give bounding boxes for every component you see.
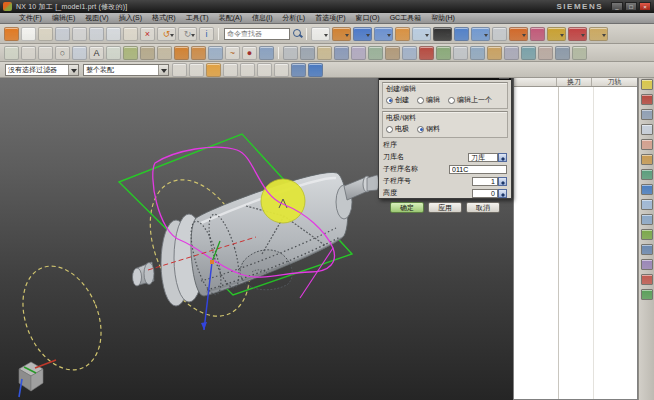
menu-format[interactable]: 格式(R) xyxy=(147,13,181,23)
radio-dot[interactable] xyxy=(386,97,393,104)
clip-section-icon[interactable] xyxy=(572,46,587,60)
analysis-sphere-icon[interactable] xyxy=(374,27,393,41)
chevron-down-icon[interactable] xyxy=(158,65,168,75)
height-stepper[interactable]: 0 xyxy=(472,189,507,198)
selection-scope-combo[interactable]: 整个装配 xyxy=(83,64,169,76)
draft-analysis-icon[interactable] xyxy=(402,46,417,60)
cut-icon[interactable] xyxy=(89,27,104,41)
radio-electrode[interactable]: 电极 xyxy=(386,124,409,134)
measure-angle-icon[interactable] xyxy=(300,46,315,60)
paste-icon[interactable] xyxy=(123,27,138,41)
point-icon[interactable]: ● xyxy=(242,46,257,60)
split-window-icon[interactable] xyxy=(471,27,490,41)
radio-edit[interactable]: 编辑 xyxy=(417,95,440,105)
menu-assemblies[interactable]: 装配(A) xyxy=(214,13,247,23)
copy-icon[interactable] xyxy=(106,27,121,41)
spinner-arrows-icon[interactable] xyxy=(498,189,507,198)
machine-tool-navigator-icon[interactable] xyxy=(641,139,653,150)
snap-endpoint-icon[interactable] xyxy=(172,63,187,77)
menu-view[interactable]: 视图(V) xyxy=(80,13,113,23)
window-palette-icon[interactable] xyxy=(641,199,653,210)
tool-library-select[interactable]: 刀库 xyxy=(468,153,507,162)
new-window-icon[interactable] xyxy=(454,27,469,41)
isolate-red-icon[interactable] xyxy=(641,274,653,285)
edit-tools-icon[interactable] xyxy=(530,27,545,41)
spinner-arrows-icon[interactable] xyxy=(498,177,507,186)
render-globe-icon[interactable] xyxy=(308,63,323,77)
extrude-icon[interactable] xyxy=(208,46,223,60)
spline-icon[interactable] xyxy=(72,46,87,60)
menu-tools[interactable]: 工具(T) xyxy=(181,13,214,23)
assembly-navigator-icon[interactable] xyxy=(641,79,653,90)
csys-origin[interactable] xyxy=(210,260,214,264)
delete-icon[interactable]: × xyxy=(140,27,155,41)
sequence-icon[interactable] xyxy=(504,46,519,60)
curve-analysis-icon[interactable] xyxy=(368,46,383,60)
wave-icon[interactable]: ~ xyxy=(225,46,240,60)
menu-help[interactable]: 帮助(H) xyxy=(426,13,460,23)
menu-file[interactable]: 文件(F) xyxy=(14,13,47,23)
operation-navigator-icon[interactable] xyxy=(641,124,653,135)
arc-icon[interactable] xyxy=(38,46,53,60)
minimize-button[interactable]: _ xyxy=(611,2,623,11)
radio-create[interactable]: 创建 xyxy=(386,95,409,105)
shaded-toggle-icon[interactable] xyxy=(291,63,306,77)
right-shaft-tip[interactable] xyxy=(367,175,379,191)
save-icon[interactable] xyxy=(55,27,70,41)
radio-dot[interactable] xyxy=(417,97,424,104)
spectacles-icon[interactable] xyxy=(547,27,566,41)
radio-dot[interactable] xyxy=(417,126,424,133)
manufacturing-wizard-icon[interactable] xyxy=(641,259,653,270)
pattern-icon[interactable] xyxy=(174,46,189,60)
snap-arc-center-icon[interactable] xyxy=(240,63,255,77)
navigator-list[interactable] xyxy=(514,87,637,399)
bounding-body-icon[interactable] xyxy=(334,46,349,60)
operation-navigator-panel[interactable]: 换刀 刀轨 xyxy=(513,66,638,400)
materials-icon[interactable] xyxy=(641,229,653,240)
datum-csys-icon[interactable] xyxy=(259,46,274,60)
interpart-icon[interactable] xyxy=(538,46,553,60)
menu-window[interactable]: 窗口(O) xyxy=(351,13,385,23)
object-info-icon[interactable] xyxy=(317,46,332,60)
left-shaft-cap[interactable] xyxy=(133,268,142,286)
menu-analysis[interactable]: 分析(L) xyxy=(278,13,311,23)
menu-preferences[interactable]: 首选项(P) xyxy=(310,13,350,23)
section-view-icon[interactable] xyxy=(351,46,366,60)
circle-icon[interactable]: ○ xyxy=(55,46,70,60)
menu-edit[interactable]: 编辑(E) xyxy=(47,13,80,23)
toolpath-ellipse-small[interactable] xyxy=(8,254,115,381)
project-curve-icon[interactable] xyxy=(140,46,155,60)
roles-icon[interactable] xyxy=(641,289,653,300)
left-shaft-step[interactable] xyxy=(144,263,154,285)
library-books-icon[interactable] xyxy=(641,169,653,180)
mirror-icon[interactable] xyxy=(191,46,206,60)
face-analysis-icon[interactable] xyxy=(385,46,400,60)
open-icon[interactable] xyxy=(38,27,53,41)
display-mode-icon[interactable] xyxy=(433,27,452,41)
sync-views-icon[interactable] xyxy=(492,27,507,41)
menu-insert[interactable]: 插入(S) xyxy=(114,13,147,23)
subprogram-number-stepper[interactable]: 1 xyxy=(472,177,507,186)
print-icon[interactable] xyxy=(72,27,87,41)
selection-filter-combo[interactable]: 没有选择过滤器 xyxy=(5,64,79,76)
ok-button[interactable]: 确定 xyxy=(390,202,424,213)
radio-edit-previous[interactable]: 编辑上一个 xyxy=(448,95,492,105)
history-clock-icon[interactable] xyxy=(641,214,653,225)
annotate-pencil-icon[interactable] xyxy=(568,27,587,41)
pan-hand-icon[interactable] xyxy=(395,27,410,41)
cancel-button[interactable]: 取消 xyxy=(466,202,500,213)
sketch-curve-icon[interactable] xyxy=(509,27,528,41)
offset-curve-icon[interactable] xyxy=(123,46,138,60)
reuse-library-icon[interactable] xyxy=(641,154,653,165)
text-icon[interactable]: A xyxy=(89,46,104,60)
menu-gc-toolbox[interactable]: GC工具箱 xyxy=(385,13,427,23)
radio-steel[interactable]: 钢料 xyxy=(417,124,440,134)
radio-dot[interactable] xyxy=(448,97,455,104)
part-navigator-icon[interactable] xyxy=(641,109,653,120)
ellipse-icon[interactable] xyxy=(106,46,121,60)
snap-highlight-icon[interactable] xyxy=(206,63,221,77)
hd3d-tool-icon[interactable] xyxy=(419,46,434,60)
chevron-down-icon[interactable] xyxy=(68,65,78,75)
web-browser-icon[interactable] xyxy=(641,184,653,195)
process-studio-icon[interactable] xyxy=(641,244,653,255)
